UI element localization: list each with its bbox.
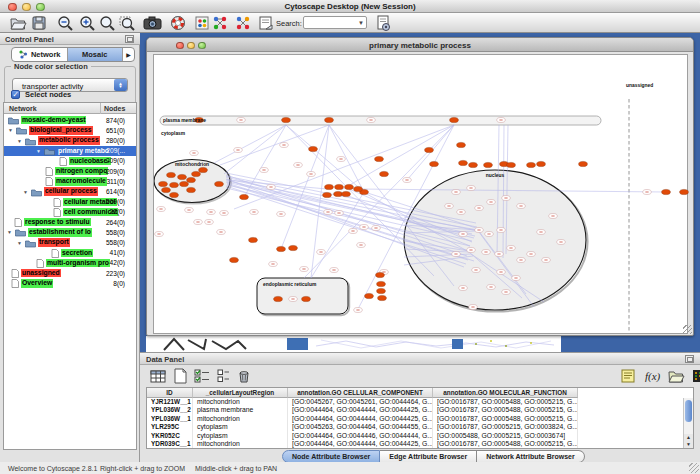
- network-node[interactable]: [167, 172, 176, 177]
- import-attributes-icon[interactable]: [666, 367, 686, 385]
- help-icon[interactable]: [168, 14, 188, 32]
- expand-arrow-icon[interactable]: ▼: [17, 240, 22, 246]
- unselect-attributes-icon[interactable]: [215, 367, 235, 385]
- network-node[interactable]: [579, 161, 588, 166]
- network-node[interactable]: [459, 160, 468, 165]
- table-cell[interactable]: [GO:0016787, GO:0005488, GO:0005215, G..…: [433, 406, 578, 414]
- tree-row-response-to-stimulu[interactable]: response to stimulu264(0): [4, 217, 136, 227]
- network-node[interactable]: [425, 147, 434, 152]
- compartment-plasma-membrane[interactable]: [160, 116, 601, 125]
- tree-row-unassigned[interactable]: unassigned223(0): [4, 268, 136, 278]
- network-node[interactable]: [527, 162, 536, 167]
- network-node[interactable]: [192, 171, 201, 176]
- tree-row-cellular-process[interactable]: ▼cellular process614(0): [4, 186, 136, 196]
- table-cell[interactable]: mitochondrion: [193, 440, 288, 448]
- network-node[interactable]: [680, 189, 689, 194]
- table-scrollbar[interactable]: ▲▼: [683, 398, 693, 448]
- table-cell[interactable]: YDR039C__1: [147, 440, 193, 448]
- select-nodes-checkbox[interactable]: ✓: [11, 90, 20, 99]
- table-cell[interactable]: plasma membrane: [193, 406, 288, 414]
- network-node[interactable]: [345, 184, 354, 189]
- zoom-fit-icon[interactable]: [97, 14, 117, 32]
- network-node[interactable]: [334, 191, 343, 196]
- zoom-in-icon[interactable]: [77, 14, 97, 32]
- layout-network-icon[interactable]: [210, 14, 230, 32]
- network-node[interactable]: [159, 181, 168, 186]
- table-cell[interactable]: YJR121W__1: [147, 398, 193, 406]
- table-cell[interactable]: [GO:0016787, GO:0005488, GO:0005215, G..…: [433, 440, 578, 448]
- network-node[interactable]: [484, 162, 493, 167]
- zoom-out-icon[interactable]: [55, 14, 75, 32]
- network-node[interactable]: [430, 161, 439, 166]
- network-node[interactable]: [457, 142, 466, 147]
- table-cell[interactable]: YLR295C: [147, 423, 193, 431]
- table-cell[interactable]: [GO:0045263, GO:0044464, GO:0044455, G..…: [288, 423, 433, 431]
- network-edge[interactable]: [224, 125, 286, 174]
- network-view-window[interactable]: primary metabolic process plasma membran…: [146, 37, 694, 336]
- network-node[interactable]: [342, 191, 351, 196]
- network-node[interactable]: [215, 181, 224, 186]
- scrollbar-thumb[interactable]: [685, 400, 692, 422]
- snapshot-icon[interactable]: [142, 14, 162, 32]
- float-panel-icon[interactable]: [125, 35, 134, 43]
- network-node[interactable]: [180, 181, 189, 186]
- table-cell[interactable]: [GO:0044464, GO:0044444, GO:0044425, G..…: [288, 406, 433, 414]
- matrix-icon[interactable]: [690, 367, 700, 385]
- network-node[interactable]: [170, 192, 179, 197]
- table-cell[interactable]: YPL036W__2: [147, 406, 193, 414]
- app-resize-grip[interactable]: [689, 463, 699, 473]
- table-cell[interactable]: mitochondrion: [193, 398, 288, 406]
- tree-row-mosaic-demo-yeast[interactable]: mosaic-demo-yeast874(0): [4, 115, 136, 125]
- session-file-icon[interactable]: [373, 14, 393, 32]
- expand-arrow-icon[interactable]: ▼: [17, 138, 22, 144]
- network-node[interactable]: [507, 162, 516, 167]
- delete-attribute-icon[interactable]: [234, 367, 254, 385]
- tree-row-biological-process[interactable]: ▼biological_process651(0): [4, 125, 136, 135]
- tab-network[interactable]: Network: [12, 48, 68, 61]
- notes-icon[interactable]: [618, 367, 638, 385]
- window-resize-grip[interactable]: [683, 325, 692, 334]
- tree-row-nucleobase-[interactable]: nucleobase-209(0): [4, 156, 136, 166]
- zoom-selected-icon[interactable]: [117, 14, 137, 32]
- network-node[interactable]: [537, 161, 546, 166]
- network-node[interactable]: [289, 245, 298, 250]
- network-node[interactable]: [662, 189, 671, 194]
- new-attribute-icon[interactable]: [170, 367, 190, 385]
- copy-network-icon[interactable]: [233, 14, 253, 32]
- annotation-icon[interactable]: [256, 14, 276, 32]
- tree-row-cell-communicat[interactable]: cell communicat22(0): [4, 207, 136, 217]
- tree-row-macromolecule[interactable]: macromolecule311(0): [4, 176, 136, 186]
- tree-row-cellular-metabol[interactable]: cellular metabol209(0): [4, 197, 136, 207]
- attribute-table-icon[interactable]: [148, 367, 168, 385]
- search-input[interactable]: ▼: [303, 16, 367, 29]
- network-node[interactable]: [162, 187, 171, 192]
- table-cell[interactable]: [GO:0045267, GO:0045261, GO:0044464, G..…: [288, 398, 433, 406]
- expand-arrow-icon[interactable]: ▼: [7, 229, 12, 235]
- network-node[interactable]: [469, 162, 478, 167]
- network-node[interactable]: [302, 296, 311, 301]
- network-node[interactable]: [380, 171, 389, 176]
- column-header-3[interactable]: annotation.GO MOLECULAR_FUNCTION: [433, 388, 578, 398]
- network-node[interactable]: [365, 293, 374, 298]
- network-node[interactable]: [325, 117, 334, 122]
- table-cell[interactable]: [GO:0044464, GO:0044444, GO:0044425, G..…: [288, 415, 433, 423]
- expand-arrow-icon[interactable]: ▼: [36, 148, 41, 154]
- column-header-1[interactable]: _cellularLayoutRegion: [193, 388, 288, 398]
- network-node[interactable]: [274, 296, 283, 301]
- network-node[interactable]: [249, 237, 258, 242]
- column-header-0[interactable]: ID: [147, 388, 193, 398]
- network-node[interactable]: [199, 167, 208, 172]
- network-node[interactable]: [378, 295, 387, 300]
- scrollbar-arrows[interactable]: ▲▼: [684, 434, 693, 448]
- table-cell[interactable]: [GO:0044464, GO:0044446, GO:0044444, G..…: [288, 432, 433, 440]
- tree-row-multi-organism-pro[interactable]: multi-organism pro42(0): [4, 258, 136, 268]
- network-node[interactable]: [178, 174, 187, 179]
- table-cell[interactable]: [GO:0016787, GO:0005215, GO:0003824, G..…: [433, 423, 578, 431]
- network-node[interactable]: [375, 156, 384, 161]
- table-cell[interactable]: cytoplasm: [193, 423, 288, 431]
- network-node[interactable]: [325, 184, 334, 189]
- table-cell[interactable]: cytoplasm: [193, 432, 288, 440]
- table-cell[interactable]: [GO:0044464, GO:0044444, GO:0044425, G..…: [288, 440, 433, 448]
- network-node[interactable]: [450, 117, 459, 122]
- expand-arrow-icon[interactable]: ▼: [23, 189, 28, 195]
